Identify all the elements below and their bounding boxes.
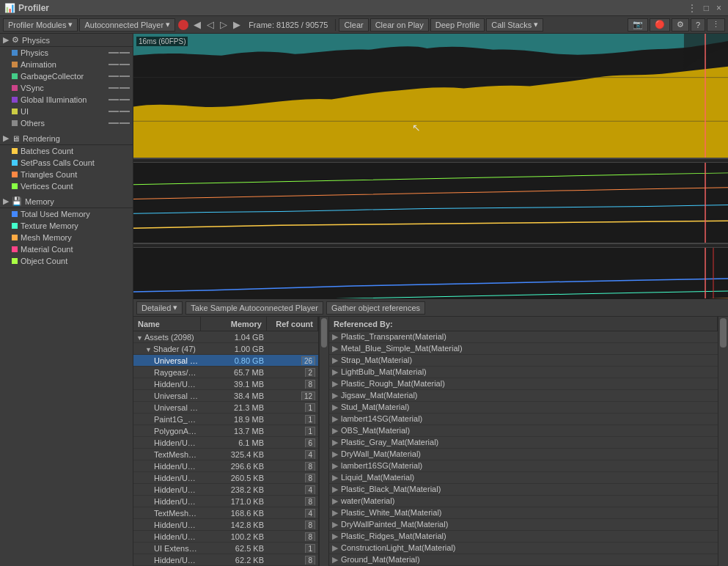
ref-item[interactable]: ▶DryWall_Mat(Material) (329, 449, 718, 460)
sidebar-section-rendering[interactable]: ▶ 🖥 Rendering (0, 132, 133, 145)
sidebar-item-physics[interactable]: Physics (0, 47, 133, 59)
ref-item[interactable]: ▶Ground_Mat(Material) (329, 554, 718, 566)
sidebar-item-material-count[interactable]: Material Count (0, 243, 133, 255)
ref-item[interactable]: ▶Plastic_White_Mat(Material) (329, 507, 718, 519)
ref-item[interactable]: ▶Liquid_Mat(Material) (329, 472, 718, 484)
ref-item[interactable]: ▶Strap_Mat(Material) (329, 355, 718, 367)
ref-count-header[interactable]: Ref count (267, 317, 318, 331)
ref-item[interactable]: ▶lambert14SG(Material) (329, 414, 718, 425)
scrollbar-thumb[interactable] (321, 318, 327, 348)
table-row[interactable]: Universal Render Pipeline/Lit0.80 GB26 (133, 355, 318, 367)
call-stacks-btn[interactable]: Call Stacks ▾ (486, 18, 543, 32)
chart-mid[interactable] (133, 163, 728, 243)
record-button[interactable] (178, 20, 188, 30)
settings-btn[interactable]: ⚙ (672, 18, 689, 32)
sidebar-item-total-memory[interactable]: Total Used Memory (0, 208, 133, 220)
gather-refs-btn[interactable]: Gather object references (326, 301, 425, 315)
table-row[interactable]: Hidden/Universal Render Pipeline/BokehDe… (133, 472, 318, 484)
table-row[interactable]: Hidden/Universal Render Pipeline/CameraM… (133, 554, 318, 566)
ref-item[interactable]: ▶ConstructionLight_Mat(Material) (329, 543, 718, 554)
sidebar-item-vertices[interactable]: Vertices Count (0, 180, 133, 192)
table-body-right[interactable]: ▶Plastic_Transparent(Material)▶Metal_Blu… (329, 331, 718, 566)
referenced-by-header[interactable]: Referenced By: (329, 317, 718, 331)
ref-item[interactable]: ▶Plastic_Gray_Mat(Material) (329, 437, 718, 449)
sidebar-item-object-count[interactable]: Object Count (0, 255, 133, 267)
clear-btn[interactable]: Clear (339, 18, 368, 32)
sidebar-item-others[interactable]: Others (0, 117, 133, 129)
table-row[interactable]: Hidden/Universal Render Pipeline/UberPos… (133, 378, 318, 390)
chart-bottom[interactable] (133, 248, 728, 299)
sidebar-item-gc[interactable]: GarbageCollector (0, 70, 133, 82)
sidebar-item-ui[interactable]: UI (0, 106, 133, 117)
sidebar-item-vsync[interactable]: VSync (0, 82, 133, 94)
table-row[interactable]: TextMeshPro/Mobile/Distance Field168.6 K… (133, 507, 318, 519)
prev-frame-btn[interactable]: ◀ (191, 19, 203, 30)
name-header[interactable]: Name (133, 317, 201, 331)
ref-item[interactable]: ▶lambert16SG(Material) (329, 460, 718, 472)
tree-arrow-icon[interactable]: ▼ (145, 346, 152, 353)
row-label: Hidden/Universal Render Pipeline/Bloom (154, 521, 201, 529)
ref-item[interactable]: ▶Metal_Blue_Simple_Mat(Material) (329, 343, 718, 355)
next-frame-btn[interactable]: ▶ (231, 19, 243, 30)
charts-area[interactable]: 16ms (60FPS) (133, 34, 728, 299)
player-dropdown-icon: ▾ (166, 20, 170, 29)
sidebar-section-memory[interactable]: ▶ 💾 Memory (0, 195, 133, 208)
right-scrollbar-thumb[interactable] (720, 318, 727, 348)
profiler-modules-btn[interactable]: Profiler Modules ▾ (3, 18, 78, 32)
ref-item[interactable]: ▶Plastic_Rough_Mat(Material) (329, 378, 718, 390)
table-row[interactable]: Hidden/Universal Render Pipeline/FinalPo… (133, 460, 318, 472)
ref-arrow-icon: ▶ (332, 532, 338, 540)
table-body-left[interactable]: ▼Assets (2098)1.04 GB▼Shader (47)1.00 GB… (133, 331, 318, 566)
title-maximize-btn[interactable]: □ (702, 3, 711, 13)
take-sample-btn[interactable]: Take Sample Autoconnected Player (185, 301, 323, 315)
ref-item[interactable]: ▶DryWallPainted_Mat(Material) (329, 519, 718, 531)
table-row[interactable]: TextMeshPro/Distance Field325.4 KB4 (133, 449, 318, 460)
deep-profile-btn[interactable]: Deep Profile (430, 18, 485, 32)
player-select-btn[interactable]: Autoconnected Player ▾ (79, 18, 175, 32)
ref-item[interactable]: ▶LightBulb_Mat(Material) (329, 367, 718, 378)
table-row[interactable]: ▼Shader (47)1.00 GB (133, 343, 318, 355)
record2-btn[interactable]: 🔴 (650, 18, 670, 32)
ref-item[interactable]: ▶Stud_Mat(Material) (329, 402, 718, 414)
table-row[interactable]: Hidden/Universal Render Pipeline/ScreenS… (133, 484, 318, 496)
step-forward-btn[interactable]: ▷ (218, 19, 229, 30)
ref-item[interactable]: ▶Plastic_Black_Mat(Material) (329, 484, 718, 496)
clear-on-play-btn[interactable]: Clear on Play (370, 18, 429, 32)
sidebar-item-animation[interactable]: Animation (0, 59, 133, 70)
table-row[interactable]: UI Extensions/Particles/Multiply62.5 KB1 (133, 543, 318, 554)
ref-item[interactable]: ▶water(Material) (329, 496, 718, 507)
ref-item[interactable]: ▶Jigsaw_Mat(Material) (329, 390, 718, 402)
ref-item[interactable]: ▶Plastic_Transparent(Material) (329, 331, 718, 343)
table-row[interactable]: Hidden/Universal Render Pipeline/Stencil… (133, 437, 318, 449)
table-row[interactable]: Universal Render Pipeline/FAE/FAE_Water2… (133, 402, 318, 414)
table-row[interactable]: ▼Assets (2098)1.04 GB (133, 331, 318, 343)
table-row[interactable]: Hidden/Universal Render Pipeline/Gaussia… (133, 531, 318, 543)
sidebar-item-setpass[interactable]: SetPass Calls Count (0, 157, 133, 169)
title-close-btn[interactable]: × (714, 3, 724, 13)
screenshot-btn[interactable]: 📷 (628, 18, 648, 32)
title-more-btn[interactable]: ⋮ (685, 3, 699, 13)
table-row[interactable]: Paint1G_WAnim_Shader18.9 MB1 (133, 414, 318, 425)
help-btn[interactable]: ? (691, 18, 705, 32)
sidebar-item-gi[interactable]: Global Illumination (0, 94, 133, 106)
ref-item[interactable]: ▶Plastic_Ridges_Mat(Material) (329, 531, 718, 543)
table-row[interactable]: Hidden/Universal Render Pipeline/Bloom14… (133, 519, 318, 531)
table-row[interactable]: PolygonArsenal-TransparentRimlight13.7 M… (133, 425, 318, 437)
sidebar-item-texture-memory[interactable]: Texture Memory (0, 220, 133, 232)
more-btn[interactable]: ⋮ (707, 18, 725, 32)
sidebar-item-batches[interactable]: Batches Count (0, 145, 133, 157)
step-back-btn[interactable]: ◁ (205, 19, 216, 30)
ref-item[interactable]: ▶OBS_Mat(Material) (329, 425, 718, 437)
table-row[interactable]: Raygeas/AZURE Vegetation65.7 MB2 (133, 367, 318, 378)
tree-arrow-icon[interactable]: ▼ (136, 334, 143, 342)
chart-top[interactable]: 16ms (60FPS) (133, 34, 728, 158)
sidebar-item-triangles[interactable]: Triangles Count (0, 169, 133, 180)
sidebar-item-mesh-memory[interactable]: Mesh Memory (0, 232, 133, 243)
table-row[interactable]: Universal Render Pipeline/Simple Lit38.4… (133, 390, 318, 402)
right-scrollbar[interactable] (718, 317, 728, 566)
sidebar-section-physics[interactable]: ▶ ⚙ Physics (0, 34, 133, 47)
memory-header[interactable]: Memory (201, 317, 267, 331)
table-scrollbar[interactable] (319, 317, 329, 566)
detailed-dropdown-btn[interactable]: Detailed ▾ (136, 301, 183, 315)
table-row[interactable]: Hidden/Universal Render Pipeline/Subpixe… (133, 496, 318, 507)
